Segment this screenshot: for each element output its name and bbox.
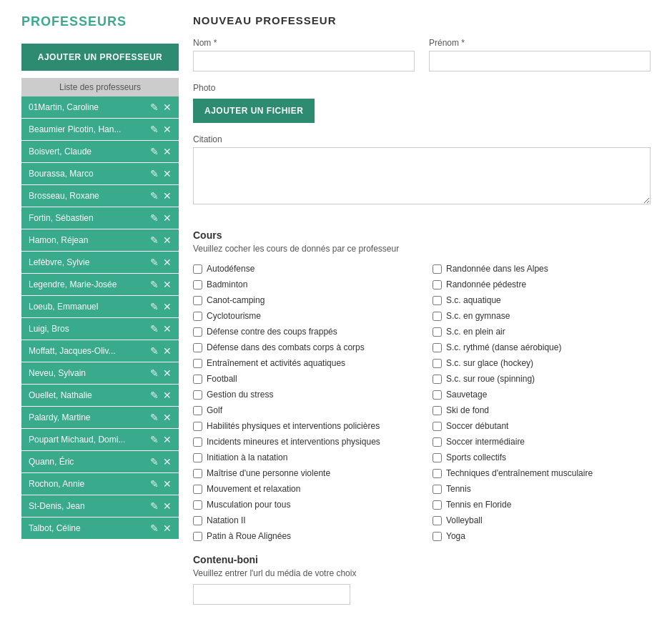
add-file-button[interactable]: AJOUTER UN FICHIER	[193, 99, 315, 123]
course-checkbox[interactable]	[193, 296, 202, 305]
delete-icon[interactable]: ✕	[163, 279, 172, 290]
course-checkbox[interactable]	[193, 312, 202, 321]
delete-icon[interactable]: ✕	[163, 124, 172, 135]
edit-icon[interactable]: ✎	[150, 146, 159, 157]
course-checkbox[interactable]	[193, 264, 202, 274]
course-checkbox[interactable]	[193, 280, 202, 289]
course-checkbox[interactable]	[193, 406, 202, 415]
course-checkbox[interactable]	[193, 453, 202, 462]
course-checkbox[interactable]	[193, 516, 202, 525]
list-item[interactable]: Poupart Michaud, Domi... ✎ ✕	[21, 429, 179, 450]
delete-icon[interactable]: ✕	[163, 345, 172, 357]
list-item[interactable]: Brosseau, Roxane ✎ ✕	[21, 185, 179, 207]
course-checkbox[interactable]	[433, 422, 442, 431]
add-professor-button[interactable]: AJOUTER UN PROFESSEUR	[21, 44, 179, 71]
course-checkbox[interactable]	[193, 469, 202, 478]
edit-icon[interactable]: ✎	[150, 101, 159, 113]
edit-icon[interactable]: ✎	[150, 345, 159, 357]
list-item[interactable]: Legendre, Marie-Josée ✎ ✕	[21, 274, 179, 295]
course-checkbox[interactable]	[193, 343, 202, 352]
course-checkbox[interactable]	[433, 516, 442, 525]
delete-icon[interactable]: ✕	[163, 412, 172, 423]
course-checkbox[interactable]	[433, 312, 442, 321]
edit-icon[interactable]: ✎	[150, 124, 159, 135]
list-item[interactable]: Boisvert, Claude ✎ ✕	[21, 141, 179, 162]
list-item[interactable]: Fortin, Sébastien ✎ ✕	[21, 207, 179, 229]
course-checkbox[interactable]	[433, 359, 442, 368]
edit-icon[interactable]: ✎	[150, 500, 159, 512]
edit-icon[interactable]: ✎	[150, 523, 159, 534]
list-item[interactable]: Luigi, Bros ✎ ✕	[21, 318, 179, 340]
citation-textarea[interactable]	[193, 147, 651, 204]
course-checkbox[interactable]	[193, 327, 202, 337]
list-item[interactable]: Quann, Éric ✎ ✕	[21, 451, 179, 472]
list-item[interactable]: Beaumier Picotin, Han... ✎ ✕	[21, 119, 179, 140]
course-checkbox[interactable]	[193, 485, 202, 494]
list-item[interactable]: Loeub, Emmanuel ✎ ✕	[21, 296, 179, 317]
list-item[interactable]: Hamon, Réjean ✎ ✕	[21, 229, 179, 251]
list-item[interactable]: Ouellet, Nathalie ✎ ✕	[21, 385, 179, 406]
edit-icon[interactable]: ✎	[150, 434, 159, 445]
delete-icon[interactable]: ✕	[163, 367, 172, 379]
course-checkbox[interactable]	[433, 296, 442, 305]
edit-icon[interactable]: ✎	[150, 456, 159, 467]
course-checkbox[interactable]	[433, 532, 442, 541]
delete-icon[interactable]: ✕	[163, 478, 172, 490]
edit-icon[interactable]: ✎	[150, 478, 159, 490]
delete-icon[interactable]: ✕	[163, 500, 172, 512]
delete-icon[interactable]: ✕	[163, 101, 172, 113]
course-checkbox[interactable]	[193, 532, 202, 541]
delete-icon[interactable]: ✕	[163, 257, 172, 268]
delete-icon[interactable]: ✕	[163, 434, 172, 445]
course-checkbox[interactable]	[193, 375, 202, 384]
prenom-input[interactable]	[429, 51, 651, 71]
list-item[interactable]: 01Martin, Caroline ✎ ✕	[21, 96, 179, 118]
list-item[interactable]: Moffatt, Jacques-Oliv... ✎ ✕	[21, 340, 179, 362]
contenu-url-input[interactable]	[193, 584, 350, 605]
edit-icon[interactable]: ✎	[150, 257, 159, 268]
delete-icon[interactable]: ✕	[163, 456, 172, 467]
course-checkbox[interactable]	[193, 437, 202, 447]
course-checkbox[interactable]	[193, 359, 202, 368]
edit-icon[interactable]: ✎	[150, 367, 159, 379]
delete-icon[interactable]: ✕	[163, 190, 172, 202]
delete-icon[interactable]: ✕	[163, 323, 172, 335]
edit-icon[interactable]: ✎	[150, 301, 159, 312]
course-checkbox[interactable]	[433, 485, 442, 494]
course-checkbox[interactable]	[193, 422, 202, 431]
delete-icon[interactable]: ✕	[163, 301, 172, 312]
course-checkbox[interactable]	[433, 390, 442, 400]
course-checkbox[interactable]	[433, 280, 442, 289]
course-checkbox[interactable]	[433, 343, 442, 352]
course-checkbox[interactable]	[433, 375, 442, 384]
list-item[interactable]: Talbot, Céline ✎ ✕	[21, 517, 179, 539]
course-checkbox[interactable]	[433, 264, 442, 274]
course-checkbox[interactable]	[193, 500, 202, 510]
edit-icon[interactable]: ✎	[150, 168, 159, 179]
course-checkbox[interactable]	[433, 327, 442, 337]
course-checkbox[interactable]	[433, 437, 442, 447]
delete-icon[interactable]: ✕	[163, 523, 172, 534]
edit-icon[interactable]: ✎	[150, 279, 159, 290]
delete-icon[interactable]: ✕	[163, 146, 172, 157]
course-checkbox[interactable]	[433, 469, 442, 478]
list-item[interactable]: St-Denis, Jean ✎ ✕	[21, 495, 179, 517]
nom-input[interactable]	[193, 51, 415, 71]
list-item[interactable]: Rochon, Annie ✎ ✕	[21, 473, 179, 495]
delete-icon[interactable]: ✕	[163, 390, 172, 401]
edit-icon[interactable]: ✎	[150, 190, 159, 202]
course-checkbox[interactable]	[433, 406, 442, 415]
list-item[interactable]: Lefèbvre, Sylvie ✎ ✕	[21, 252, 179, 273]
edit-icon[interactable]: ✎	[150, 212, 159, 224]
list-item[interactable]: Bourassa, Marco ✎ ✕	[21, 163, 179, 184]
list-item[interactable]: Palardy, Martine ✎ ✕	[21, 407, 179, 428]
delete-icon[interactable]: ✕	[163, 212, 172, 224]
delete-icon[interactable]: ✕	[163, 234, 172, 246]
edit-icon[interactable]: ✎	[150, 390, 159, 401]
course-checkbox[interactable]	[433, 500, 442, 510]
edit-icon[interactable]: ✎	[150, 234, 159, 246]
delete-icon[interactable]: ✕	[163, 168, 172, 179]
course-checkbox[interactable]	[193, 390, 202, 400]
edit-icon[interactable]: ✎	[150, 412, 159, 423]
edit-icon[interactable]: ✎	[150, 323, 159, 335]
